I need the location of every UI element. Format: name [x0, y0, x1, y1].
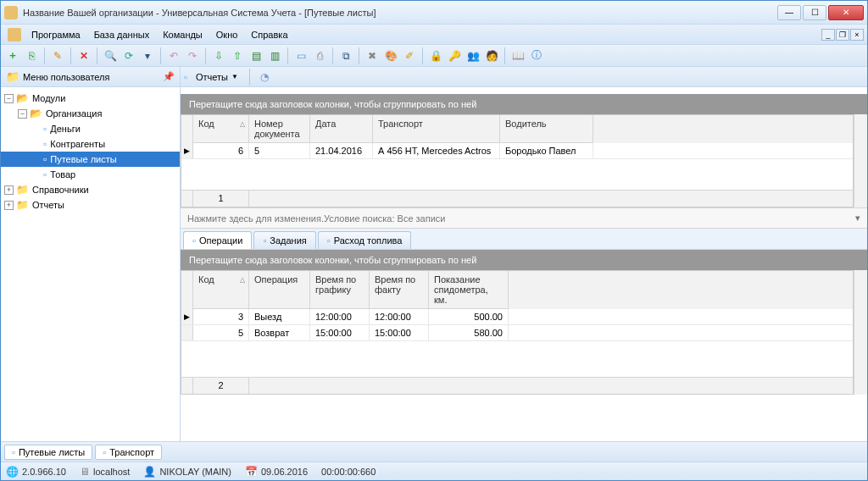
export-icon-1[interactable]: ⇩	[210, 47, 227, 64]
tree-node-reports[interactable]: +📁Отчеты	[1, 197, 180, 213]
window-title: Название Вашей организации - Универсальн…	[23, 8, 777, 18]
window-icon[interactable]: ▭	[292, 47, 309, 64]
main-row-count: 1	[193, 191, 249, 207]
col-driver[interactable]: Водитель	[500, 115, 593, 143]
clock-icon[interactable]: ◔	[256, 69, 273, 86]
globe-icon: 🌐	[6, 466, 19, 478]
scrollbar[interactable]	[854, 114, 867, 207]
detail-grid-footer: 2	[181, 377, 853, 394]
app-icon	[4, 6, 18, 19]
doctab-transport[interactable]: ▫Транспорт	[95, 445, 162, 460]
tab-operations[interactable]: ▫Операции	[183, 231, 252, 249]
table-row[interactable]: ▶ 6 5 21.04.2016 А 456 НТ, Mercedes Actr…	[181, 143, 853, 159]
minimize-button[interactable]: —	[777, 5, 801, 20]
close-button[interactable]: ✕	[828, 5, 864, 20]
excel-in-icon[interactable]: ▥	[266, 47, 283, 64]
dcol-op[interactable]: Операция	[249, 271, 310, 309]
tree-icon[interactable]: ⧉	[337, 47, 354, 64]
edit-icon[interactable]: ✎	[49, 47, 66, 64]
mdi-restore-button[interactable]: ❐	[836, 29, 849, 41]
detail-tabs: ▫Операции ▫Задания ▫Расход топлива	[181, 229, 867, 250]
reports-dropdown[interactable]: Отчеты▼	[191, 70, 243, 84]
main-grid: Код△ Номер документа Дата Транспорт Води…	[181, 114, 854, 207]
status-time: 00:00:00:660	[321, 467, 376, 477]
tree-node-money[interactable]: ▫Деньги	[1, 121, 180, 136]
filter-bar[interactable]: Нажмите здесь для изменения. Условие пои…	[181, 207, 867, 229]
mdi-close-button[interactable]: ×	[850, 29, 864, 41]
tree-node-contr[interactable]: ▫Контрагенты	[1, 136, 180, 152]
status-date: 09.06.2016	[261, 467, 308, 477]
tree-node-org[interactable]: −📂Организация	[1, 106, 180, 121]
dcol-odo[interactable]: Показание спидометра, км.	[429, 271, 509, 309]
book-icon[interactable]: 📖	[509, 47, 526, 64]
info-icon[interactable]: ⓘ	[528, 47, 545, 64]
col-transport[interactable]: Транспорт	[373, 115, 500, 143]
menu-commands[interactable]: Команды	[156, 27, 209, 42]
print-icon[interactable]: ⎙	[311, 47, 328, 64]
main-toolbar: ＋ ⎘ ✎ ✕ 🔍 ⟳ ▾ ↶ ↷ ⇩ ⇧ ▤ ▥ ▭ ⎙ ⧉ ✖ 🎨 ✐ 🔒 …	[1, 45, 867, 67]
tree-node-goods[interactable]: ▫Товар	[1, 167, 180, 182]
col-docnum[interactable]: Номер документа	[249, 115, 310, 143]
row-indicator-header	[181, 115, 193, 143]
current-row-indicator: ▶	[181, 143, 193, 158]
table-row[interactable]: 5 Возврат 15:00:00 15:00:00 580.00	[181, 325, 853, 341]
scrollbar[interactable]	[854, 270, 867, 395]
tab-fuel[interactable]: ▫Расход топлива	[318, 231, 412, 249]
mdi-minimize-button[interactable]: _	[821, 29, 835, 41]
menu-icon	[8, 28, 21, 41]
palette-icon[interactable]: 🎨	[382, 47, 399, 64]
content-area: ▫ Отчеты▼ ◔ Перетащите сюда заголовок ко…	[181, 67, 867, 441]
redo-icon[interactable]: ↷	[184, 47, 201, 64]
filter-icon[interactable]: ▾	[139, 47, 156, 64]
excel-out-icon[interactable]: ▤	[248, 47, 264, 64]
menu-database[interactable]: База данных	[87, 27, 157, 42]
dcol-tsched[interactable]: Время по графику	[310, 271, 370, 309]
col-code[interactable]: Код△	[193, 115, 249, 143]
calendar-icon: 📅	[245, 466, 258, 478]
tools-icon[interactable]: ✖	[364, 47, 381, 64]
document-tabs: ▫Путевые листы ▫Транспорт	[1, 441, 867, 462]
export-icon-2[interactable]: ⇧	[229, 47, 246, 64]
sidebar-header: 📁 Меню пользователя 📌	[1, 67, 180, 87]
status-version: 2.0.966.10	[22, 467, 66, 477]
main-grid-footer: 1	[181, 190, 853, 207]
lock-icon[interactable]: 🔒	[427, 47, 444, 64]
undo-icon[interactable]: ↶	[165, 47, 182, 64]
filter-expand-icon[interactable]: ▾	[855, 213, 860, 224]
tab-tasks[interactable]: ▫Задания	[253, 231, 315, 249]
doctab-waybills[interactable]: ▫Путевые листы	[4, 445, 92, 460]
key-icon[interactable]: 🔑	[446, 47, 463, 64]
detail-group-by-bar[interactable]: Перетащите сюда заголовок колонки, чтобы…	[181, 250, 867, 270]
group-by-bar[interactable]: Перетащите сюда заголовок колонки, чтобы…	[181, 94, 867, 114]
current-row-indicator: ▶	[181, 309, 193, 324]
folder-icon: 📁	[6, 70, 19, 83]
title-bar[interactable]: Название Вашей организации - Универсальн…	[1, 1, 867, 25]
users-icon[interactable]: 👥	[465, 47, 481, 64]
delete-icon[interactable]: ✕	[75, 47, 92, 64]
table-row[interactable]: ▶ 3 Выезд 12:00:00 12:00:00 500.00	[181, 309, 853, 325]
tree-node-refs[interactable]: +📁Справочники	[1, 182, 180, 197]
user-icon: 👤	[143, 466, 156, 478]
tree-node-modules[interactable]: −📂Модули	[1, 91, 180, 106]
brush-icon[interactable]: ✐	[401, 47, 418, 64]
reports-toolbar: ▫ Отчеты▼ ◔	[181, 67, 867, 87]
user-key-icon[interactable]: 🧑	[483, 47, 500, 64]
refresh-icon[interactable]: ⟳	[120, 47, 137, 64]
menu-window[interactable]: Окно	[209, 27, 245, 42]
search-icon[interactable]: 🔍	[102, 47, 119, 64]
maximize-button[interactable]: ☐	[803, 5, 826, 20]
status-host: localhost	[93, 467, 130, 477]
copy-icon[interactable]: ⎘	[23, 47, 40, 64]
add-icon[interactable]: ＋	[4, 47, 21, 64]
pin-icon[interactable]: 📌	[163, 71, 175, 82]
sidebar: 📁 Меню пользователя 📌 −📂Модули −📂Организ…	[1, 67, 181, 441]
menu-help[interactable]: Справка	[244, 27, 294, 42]
dcol-code[interactable]: Код△	[193, 271, 249, 309]
menu-program[interactable]: Программа	[25, 27, 87, 42]
col-date[interactable]: Дата	[310, 115, 373, 143]
tree-node-waybills[interactable]: ▫Путевые листы	[1, 152, 180, 167]
server-icon: 🖥	[80, 466, 90, 478]
detail-row-count: 2	[193, 378, 249, 394]
dcol-tfact[interactable]: Время по факту	[370, 271, 429, 309]
status-bar: 🌐2.0.966.10 🖥localhost 👤NIKOLAY (MAIN) 📅…	[1, 462, 867, 480]
